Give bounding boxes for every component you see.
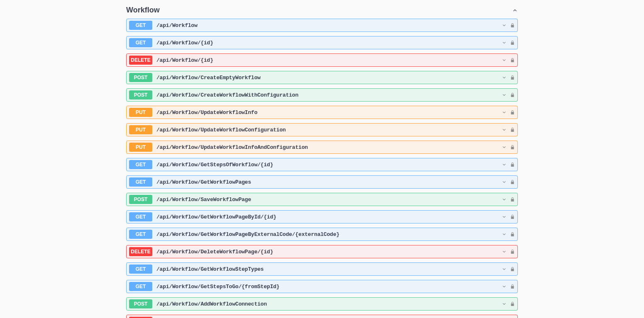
endpoint-row[interactable]: POST/api/Workflow/SaveWorkflowPage — [126, 193, 518, 206]
method-badge: GET — [129, 160, 152, 169]
endpoint-row[interactable]: PUT/api/Workflow/UpdateWorkflowConfigura… — [126, 123, 518, 136]
section-header[interactable]: Workflow — [126, 4, 518, 19]
endpoint-actions — [502, 301, 515, 306]
endpoint-path: /api/Workflow/UpdateWorkflowInfoAndConfi… — [156, 144, 502, 151]
lock-icon[interactable] — [510, 214, 515, 219]
endpoint-row[interactable]: POST/api/Workflow/CreateEmptyWorkflow — [126, 71, 518, 84]
method-badge: GET — [129, 230, 152, 239]
chevron-down-icon[interactable] — [502, 301, 507, 306]
endpoint-row[interactable]: POST/api/Workflow/AddWorkflowConnection — [126, 297, 518, 311]
endpoint-actions — [502, 162, 515, 167]
method-badge: DELETE — [129, 247, 152, 256]
method-badge: POST — [129, 299, 152, 308]
lock-icon[interactable] — [510, 249, 515, 254]
endpoint-path: /api/Workflow/UpdateWorkflowConfiguratio… — [156, 127, 502, 133]
chevron-up-icon — [512, 7, 518, 13]
lock-icon[interactable] — [510, 58, 515, 63]
chevron-down-icon[interactable] — [502, 127, 507, 132]
endpoint-row[interactable]: DELETE/api/Workflow/DeleteWorkflowPage/{… — [126, 245, 518, 258]
endpoint-row[interactable]: GET/api/Workflow/GetStepsToGo/{fromStepI… — [126, 280, 518, 293]
endpoint-row[interactable]: DELETE/api/Workflow/DeleteWorkflowConnec… — [126, 315, 518, 318]
method-badge: POST — [129, 195, 152, 204]
endpoint-row[interactable]: DELETE/api/Workflow/{id} — [126, 53, 518, 67]
endpoint-path: /api/Workflow/{id} — [156, 40, 502, 46]
endpoint-row[interactable]: PUT/api/Workflow/UpdateWorkflowInfoAndCo… — [126, 141, 518, 154]
chevron-down-icon[interactable] — [502, 214, 507, 219]
lock-icon[interactable] — [510, 162, 515, 167]
method-badge: POST — [129, 90, 152, 100]
endpoint-path: /api/Workflow/GetWorkflowPageByExternalC… — [156, 231, 502, 238]
endpoint-path: /api/Workflow/CreateEmptyWorkflow — [156, 75, 502, 81]
endpoint-path: /api/Workflow/CreateWorkflowWithConfigur… — [156, 92, 502, 98]
endpoint-row[interactable]: POST/api/Workflow/CreateWorkflowWithConf… — [126, 88, 518, 102]
chevron-down-icon[interactable] — [502, 162, 507, 167]
endpoint-row[interactable]: GET/api/Workflow/GetWorkflowPageByExtern… — [126, 228, 518, 241]
endpoint-actions — [502, 110, 515, 115]
endpoint-path: /api/Workflow — [156, 22, 502, 29]
lock-icon[interactable] — [510, 145, 515, 150]
endpoint-actions — [502, 40, 515, 45]
endpoint-actions — [502, 232, 515, 237]
chevron-down-icon[interactable] — [502, 92, 507, 97]
method-badge: GET — [129, 21, 152, 30]
endpoint-actions — [502, 92, 515, 97]
lock-icon[interactable] — [510, 75, 515, 80]
endpoint-path: /api/Workflow/GetWorkflowPageById/{id} — [156, 214, 502, 220]
method-badge: PUT — [129, 108, 152, 117]
chevron-down-icon[interactable] — [502, 58, 507, 63]
lock-icon[interactable] — [510, 197, 515, 202]
endpoint-path: /api/Workflow/UpdateWorkflowInfo — [156, 109, 502, 116]
endpoint-actions — [502, 214, 515, 219]
chevron-down-icon[interactable] — [502, 267, 507, 272]
method-badge: PUT — [129, 125, 152, 134]
endpoint-path: /api/Workflow/DeleteWorkflowPage/{id} — [156, 249, 502, 255]
lock-icon[interactable] — [510, 23, 515, 28]
chevron-down-icon[interactable] — [502, 197, 507, 202]
method-badge: DELETE — [129, 56, 152, 65]
chevron-down-icon[interactable] — [502, 110, 507, 115]
endpoint-path: /api/Workflow/{id} — [156, 57, 502, 63]
lock-icon[interactable] — [510, 301, 515, 306]
method-badge: GET — [129, 265, 152, 274]
chevron-down-icon[interactable] — [502, 75, 507, 80]
method-badge: GET — [129, 38, 152, 47]
endpoint-actions — [502, 75, 515, 80]
lock-icon[interactable] — [510, 232, 515, 237]
collapse-toggle[interactable] — [512, 7, 518, 13]
chevron-down-icon[interactable] — [502, 232, 507, 237]
endpoint-row[interactable]: PUT/api/Workflow/UpdateWorkflowInfo — [126, 106, 518, 119]
endpoint-actions — [502, 145, 515, 150]
endpoint-actions — [502, 249, 515, 254]
endpoint-path: /api/Workflow/GetWorkflowPages — [156, 179, 502, 185]
lock-icon[interactable] — [510, 40, 515, 45]
endpoint-row[interactable]: GET/api/Workflow/GetWorkflowPages — [126, 175, 518, 189]
method-badge: GET — [129, 212, 152, 221]
endpoint-path: /api/Workflow/AddWorkflowConnection — [156, 301, 502, 307]
endpoint-path: /api/Workflow/GetStepsOfWorkflow/{id} — [156, 162, 502, 168]
lock-icon[interactable] — [510, 284, 515, 289]
chevron-down-icon[interactable] — [502, 23, 507, 28]
chevron-down-icon[interactable] — [502, 145, 507, 150]
endpoint-actions — [502, 180, 515, 184]
endpoint-actions — [502, 58, 515, 63]
lock-icon[interactable] — [510, 127, 515, 132]
endpoint-actions — [502, 284, 515, 289]
lock-icon[interactable] — [510, 180, 515, 184]
chevron-down-icon[interactable] — [502, 249, 507, 254]
endpoint-row[interactable]: GET/api/Workflow/{id} — [126, 36, 518, 49]
endpoint-row[interactable]: GET/api/Workflow/GetWorkflowStepTypes — [126, 262, 518, 276]
endpoint-path: /api/Workflow/GetStepsToGo/{fromStepId} — [156, 284, 502, 290]
endpoint-row[interactable]: GET/api/Workflow/GetWorkflowPageById/{id… — [126, 210, 518, 223]
endpoint-row[interactable]: GET/api/Workflow/GetStepsOfWorkflow/{id} — [126, 158, 518, 171]
chevron-down-icon[interactable] — [502, 40, 507, 45]
chevron-down-icon[interactable] — [502, 180, 507, 184]
endpoints-list: GET/api/WorkflowGET/api/Workflow/{id}DEL… — [126, 19, 518, 318]
chevron-down-icon[interactable] — [502, 284, 507, 289]
method-badge: POST — [129, 73, 152, 82]
endpoint-actions — [502, 267, 515, 272]
lock-icon[interactable] — [510, 92, 515, 97]
endpoint-row[interactable]: GET/api/Workflow — [126, 19, 518, 32]
lock-icon[interactable] — [510, 267, 515, 272]
lock-icon[interactable] — [510, 110, 515, 115]
section-title: Workflow — [126, 6, 160, 15]
